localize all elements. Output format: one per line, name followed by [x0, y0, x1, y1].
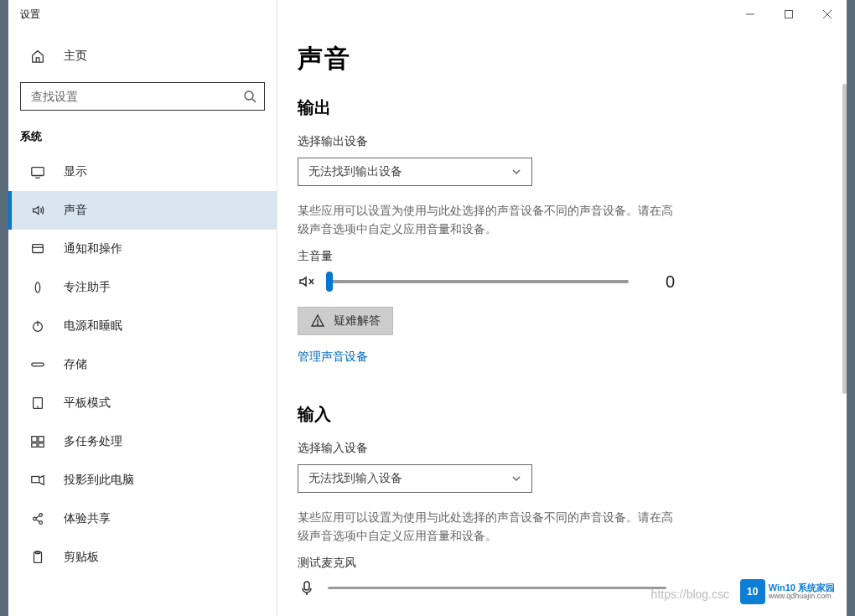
focus-icon: [30, 280, 45, 295]
speaker-muted-icon[interactable]: [298, 272, 316, 291]
sidebar-item-label: 电源和睡眠: [64, 318, 122, 334]
troubleshoot-label: 疑难解答: [334, 313, 381, 329]
sidebar-item-notifications[interactable]: 通知和操作: [8, 230, 277, 268]
dropdown-value: 无法找到输出设备: [308, 164, 402, 179]
output-device-label: 选择输出设备: [298, 134, 826, 149]
svg-point-21: [39, 514, 43, 517]
sidebar-item-label: 多任务处理: [64, 434, 122, 449]
home-label: 主页: [64, 49, 87, 64]
sidebar-item-label: 平板模式: [64, 396, 111, 411]
sidebar-item-shared[interactable]: 体验共享: [8, 500, 277, 538]
sidebar-item-label: 专注助手: [64, 280, 111, 295]
sidebar-item-label: 投影到此电脑: [64, 473, 134, 488]
search-icon: [243, 90, 256, 103]
svg-rect-8: [33, 245, 44, 253]
home-button[interactable]: 主页: [8, 40, 277, 72]
sidebar-item-display[interactable]: 显示: [8, 153, 277, 191]
svg-point-30: [318, 324, 319, 324]
chevron-down-icon: [511, 474, 521, 484]
sidebar-item-label: 通知和操作: [64, 241, 122, 256]
sound-icon: [30, 203, 45, 218]
search-box[interactable]: [20, 82, 265, 111]
manage-sound-link[interactable]: 管理声音设备: [298, 349, 368, 365]
svg-rect-15: [32, 437, 37, 442]
volume-slider[interactable]: [328, 280, 629, 283]
chevron-down-icon: [511, 167, 521, 177]
svg-point-4: [245, 91, 253, 100]
content-area: 声音 输出 选择输出设备 无法找到输出设备 某些应用可以设置为使用与此处选择的声…: [277, 0, 847, 616]
svg-rect-12: [32, 363, 44, 366]
sidebar: 主页 系统 显示 声音 通知和操作 专注助手: [8, 0, 277, 616]
output-section-title: 输出: [298, 96, 826, 119]
watermark-url: www.qdhuajin.com: [769, 593, 835, 601]
search-input[interactable]: [20, 82, 265, 111]
output-device-dropdown[interactable]: 无法找到输出设备: [298, 158, 532, 186]
svg-point-22: [39, 521, 43, 525]
watermark-badge: 10: [740, 579, 765, 604]
close-button[interactable]: [808, 0, 847, 28]
sidebar-item-multitask[interactable]: 多任务处理: [8, 422, 277, 461]
output-help-text: 某些应用可以设置为使用与此处选择的声音设备不同的声音设备。请在高级声音选项中自定…: [298, 201, 683, 239]
shared-icon: [30, 511, 45, 526]
svg-rect-19: [32, 477, 39, 483]
output-troubleshoot-button[interactable]: 疑难解答: [298, 307, 393, 335]
dropdown-value: 无法找到输入设备: [308, 471, 402, 486]
svg-rect-1: [785, 11, 793, 18]
svg-rect-17: [32, 443, 37, 448]
sidebar-item-storage[interactable]: 存储: [8, 345, 277, 384]
home-icon: [30, 49, 45, 64]
svg-line-23: [36, 515, 39, 518]
svg-line-5: [252, 99, 256, 102]
minimize-button[interactable]: [731, 0, 770, 28]
window-title: 设置: [8, 8, 40, 22]
volume-value: 0: [640, 272, 675, 292]
display-icon: [30, 164, 45, 179]
svg-rect-6: [32, 168, 44, 176]
sidebar-item-power[interactable]: 电源和睡眠: [8, 307, 277, 345]
sidebar-item-label: 存储: [64, 357, 87, 372]
sidebar-item-project[interactable]: 投影到此电脑: [8, 461, 277, 500]
svg-rect-16: [39, 437, 44, 442]
slider-thumb[interactable]: [326, 272, 333, 292]
sidebar-item-sound[interactable]: 声音: [8, 191, 277, 230]
sidebar-item-label: 体验共享: [64, 511, 111, 526]
input-help-text: 某些应用可以设置为使用与此处选择的声音设备不同的声音设备。请在高级声音选项中自定…: [298, 508, 683, 546]
storage-icon: [30, 357, 45, 372]
svg-rect-18: [39, 443, 44, 448]
volume-control: 0: [298, 272, 675, 292]
sidebar-item-clipboard[interactable]: 剪贴板: [8, 538, 277, 577]
window-controls: [731, 0, 847, 28]
sidebar-item-tablet[interactable]: 平板模式: [8, 384, 277, 422]
svg-rect-31: [304, 582, 309, 590]
test-mic-label: 测试麦克风: [298, 556, 826, 571]
blog-url-watermark: https://blog.csc: [651, 588, 729, 601]
multitask-icon: [30, 434, 45, 449]
maximize-button[interactable]: [770, 0, 808, 28]
watermark: 10 Win10 系统家园 www.qdhuajin.com: [740, 579, 835, 604]
sidebar-item-label: 剪贴板: [64, 550, 99, 565]
svg-point-20: [34, 517, 37, 520]
project-icon: [30, 473, 45, 488]
scrollbar[interactable]: [842, 84, 847, 394]
group-label: 系统: [8, 129, 277, 153]
input-section-title: 输入: [298, 403, 826, 426]
warning-icon: [310, 313, 325, 329]
microphone-icon: [298, 579, 316, 598]
input-device-dropdown[interactable]: 无法找到输入设备: [298, 464, 532, 493]
power-icon: [30, 318, 45, 334]
titlebar: 设置: [8, 0, 847, 28]
page-title: 声音: [298, 42, 826, 76]
sidebar-item-label: 声音: [64, 203, 87, 218]
mic-level-bar: [328, 587, 666, 589]
sidebar-item-label: 显示: [64, 164, 87, 179]
clipboard-icon: [30, 550, 45, 565]
mic-test-row: [298, 579, 666, 598]
master-volume-label: 主音量: [298, 249, 826, 264]
tablet-icon: [30, 396, 45, 411]
input-device-label: 选择输入设备: [298, 441, 826, 456]
svg-line-24: [36, 520, 39, 522]
nav-list: 显示 声音 通知和操作 专注助手 电源和睡眠 存储: [8, 153, 277, 577]
sidebar-item-focus[interactable]: 专注助手: [8, 268, 277, 307]
notifications-icon: [30, 241, 45, 256]
